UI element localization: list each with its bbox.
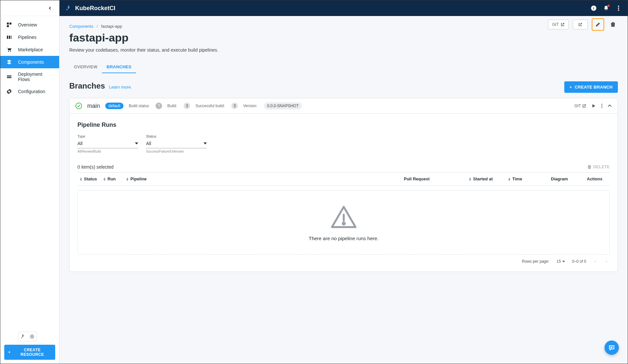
sidebar-item-label: Deployment Flows: [18, 72, 53, 82]
learn-more-link[interactable]: Learn more.: [109, 85, 132, 90]
svg-rect-5: [11, 36, 11, 39]
edit-button[interactable]: [593, 20, 603, 29]
bell-icon[interactable]: [603, 5, 609, 11]
chevron-down-icon: [135, 142, 138, 144]
svg-rect-2: [7, 25, 9, 27]
sidebar-item-label: Overview: [18, 22, 37, 27]
col-run: Run: [107, 176, 116, 181]
success-build-label: Successful build:: [195, 104, 225, 108]
external-link-icon: [582, 104, 586, 108]
svg-rect-4: [9, 36, 10, 39]
rocket-icon[interactable]: [18, 332, 27, 341]
chat-icon: [608, 344, 615, 351]
sidebar: Overview Pipelines Marketplace Component…: [0, 0, 59, 364]
create-resource-label: CREATE RESOURCE: [13, 348, 51, 357]
collapse-branch-button[interactable]: [608, 105, 612, 107]
create-branch-button[interactable]: + CREATE BRANCH: [564, 81, 618, 93]
page-description: Review your codebases, monitor their sta…: [69, 47, 618, 53]
footer-icon-group: [18, 332, 37, 341]
external-link-button[interactable]: [573, 20, 588, 29]
sidebar-item-overview[interactable]: Overview: [0, 19, 59, 31]
filter-status-help: Success/Failure/Unknown: [146, 150, 207, 153]
main: KubeRocketCI i Components / fastapi-app …: [59, 0, 628, 364]
play-icon: [591, 104, 596, 108]
branch-git-button[interactable]: GIT: [574, 104, 586, 108]
next-page-button[interactable]: ›: [604, 259, 608, 264]
settings-icon[interactable]: [27, 332, 37, 341]
sidebar-item-configuration[interactable]: Configuration: [0, 85, 59, 98]
sort-icon[interactable]: ▴▾: [126, 177, 128, 181]
empty-text: There are no pipeline runs here.: [309, 236, 378, 241]
pagination: Rows per page: 15 0–0 of 0 ‹ ›: [77, 255, 610, 264]
pipeline-runs-table: ▴▾Status ▴▾Run ▴▾Pipeline Pull Request ▴…: [77, 172, 610, 255]
svg-rect-0: [7, 23, 9, 25]
breadcrumb-current: fastapi-app: [101, 24, 122, 29]
create-branch-label: CREATE BRANCH: [575, 85, 613, 90]
sidebar-item-label: Configuration: [18, 89, 45, 94]
svg-point-11: [31, 336, 33, 337]
external-link-icon: [561, 23, 565, 26]
sort-icon[interactable]: ▴▾: [469, 177, 471, 181]
branch-more-button[interactable]: [601, 104, 603, 108]
breadcrumb: Components / fastapi-app: [69, 24, 618, 29]
git-button[interactable]: GIT: [548, 20, 569, 29]
info-icon[interactable]: i: [590, 5, 597, 11]
pencil-icon: [595, 22, 601, 27]
tab-overview[interactable]: OVERVIEW: [69, 61, 102, 73]
notification-dot: [607, 5, 610, 7]
col-actions: Actions: [587, 176, 603, 181]
sort-icon[interactable]: ▴▾: [80, 177, 82, 181]
branch-head-actions: GIT: [574, 104, 612, 108]
delete-button[interactable]: [608, 20, 618, 29]
filter-type-select[interactable]: All: [77, 140, 138, 148]
tabs: OVERVIEW BRANCHES: [69, 61, 618, 74]
svg-point-16: [618, 9, 619, 11]
delete-selected-button[interactable]: DELETE: [587, 165, 610, 169]
filter-status-value: All: [146, 141, 151, 146]
svg-point-14: [618, 6, 619, 7]
svg-point-21: [343, 223, 345, 224]
sort-icon[interactable]: ▴▾: [508, 177, 510, 181]
rocket-logo-icon: [65, 5, 72, 11]
chat-fab[interactable]: [604, 340, 619, 355]
topbar: KubeRocketCI i: [59, 0, 628, 16]
version-label: Version:: [243, 104, 257, 108]
filter-status-select[interactable]: All: [146, 140, 207, 148]
prev-page-button[interactable]: ‹: [593, 259, 597, 264]
rows-per-page-select[interactable]: 15: [556, 259, 565, 264]
create-resource-button[interactable]: + CREATE RESOURCE: [4, 345, 55, 360]
more-vertical-icon: [601, 104, 603, 108]
warning-icon: [330, 205, 357, 229]
chevron-up-icon: [608, 105, 612, 107]
edit-highlight: [592, 18, 604, 31]
version-chip: 0.0.0-SNAPSHOT: [264, 102, 302, 109]
col-diagram: Diagram: [551, 176, 568, 181]
git-button-label: GIT: [552, 22, 559, 27]
section-title: Branches: [69, 81, 105, 90]
header-actions: GIT: [548, 18, 618, 31]
run-button[interactable]: [591, 104, 596, 108]
sidebar-item-marketplace[interactable]: Marketplace: [0, 43, 59, 56]
sidebar-item-deployment-flows[interactable]: Deployment Flows: [0, 68, 59, 85]
svg-point-7: [10, 51, 11, 52]
plus-icon: +: [570, 85, 572, 90]
trash-icon: [611, 22, 615, 27]
branch-body: Pipeline Runs Type All All/Review/Build …: [70, 114, 618, 272]
rows-value: 15: [556, 259, 561, 264]
collapse-sidebar-button[interactable]: [46, 4, 54, 12]
col-time: Time: [512, 176, 522, 181]
more-vertical-icon[interactable]: [615, 5, 622, 11]
tab-branches[interactable]: BRANCHES: [102, 61, 136, 73]
breadcrumb-root[interactable]: Components: [69, 24, 93, 29]
sidebar-item-components[interactable]: Components: [0, 56, 59, 68]
brand-label: KubeRocketCI: [75, 5, 115, 12]
plus-icon: +: [8, 350, 11, 355]
external-link-icon: [578, 23, 582, 26]
sort-icon[interactable]: ▴▾: [104, 177, 106, 181]
col-started: Started at: [473, 176, 493, 181]
breadcrumb-separator: /: [97, 24, 98, 29]
dashboard-icon: [6, 22, 12, 28]
page-title: fastapi-app: [69, 31, 128, 44]
trash-icon: [587, 165, 591, 169]
sidebar-item-pipelines[interactable]: Pipelines: [0, 31, 59, 43]
